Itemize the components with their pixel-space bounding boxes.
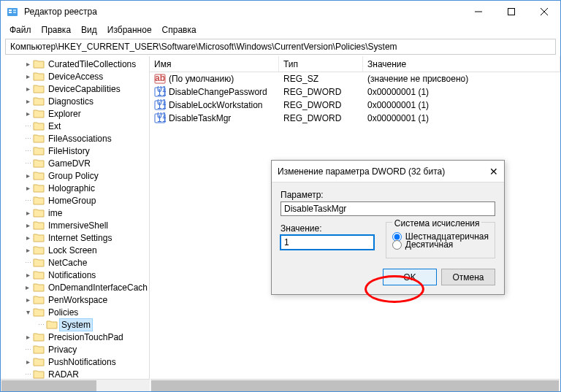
tree-item[interactable]: ▸CuratedTileCollections xyxy=(1,58,149,70)
dialog-close-icon[interactable]: ✕ xyxy=(476,166,498,177)
tree-item[interactable]: ⋯Privacy xyxy=(1,343,149,356)
tree-label: OnDemandInterfaceCach xyxy=(47,282,149,293)
horizontal-scrollbar[interactable] xyxy=(1,379,150,391)
tree-item[interactable]: ⋯System xyxy=(1,318,149,331)
chevron-right-icon[interactable]: ▸ xyxy=(23,60,33,68)
svg-text:110: 110 xyxy=(157,88,166,98)
menu-file[interactable]: Файл xyxy=(5,23,36,36)
value-type: REG_DWORD xyxy=(279,113,363,123)
tree-connector: ⋯ xyxy=(23,123,33,130)
menu-favorites[interactable]: Избранное xyxy=(103,23,156,36)
value-row[interactable]: 011110DisableLockWorkstationREG_DWORD0x0… xyxy=(150,99,560,112)
tree-item[interactable]: ▸PrecisionTouchPad xyxy=(1,331,149,343)
folder-icon xyxy=(33,196,45,206)
col-name[interactable]: Имя xyxy=(150,56,279,72)
folder-icon xyxy=(33,158,45,169)
chevron-right-icon[interactable]: ▸ xyxy=(23,221,33,229)
tree-item[interactable]: ▸Holographic xyxy=(1,182,149,194)
tree-label: Privacy xyxy=(47,344,78,356)
tree-item[interactable]: ▸Notifications xyxy=(1,269,149,281)
maximize-button[interactable] xyxy=(495,1,527,23)
menu-help[interactable]: Справка xyxy=(158,23,201,36)
tree-item[interactable]: ▾Policies xyxy=(1,306,149,318)
value-row[interactable]: ab(По умолчанию)REG_SZ(значение не присв… xyxy=(150,72,560,85)
tree-item[interactable]: ⋯Ext xyxy=(1,120,149,132)
folder-icon xyxy=(33,295,45,305)
chevron-right-icon[interactable]: ▸ xyxy=(23,296,33,304)
tree-item[interactable]: ▸Diagnostics xyxy=(1,95,149,107)
chevron-right-icon[interactable]: ▸ xyxy=(23,209,33,217)
folder-icon xyxy=(33,121,45,131)
chevron-right-icon[interactable]: ▸ xyxy=(23,184,33,192)
tree-item[interactable]: ▸PushNotifications xyxy=(1,356,149,368)
folder-icon xyxy=(33,109,45,119)
tree-item[interactable]: ▸ImmersiveShell xyxy=(1,219,149,231)
tree-item[interactable]: ⋯HomeGroup xyxy=(1,194,149,207)
tree-item[interactable]: ▸Explorer xyxy=(1,107,149,120)
value-name: DisableTaskMgr xyxy=(169,113,231,123)
tree-connector: ⋯ xyxy=(23,135,33,142)
chevron-right-icon[interactable]: ▸ xyxy=(23,172,33,180)
chevron-down-icon[interactable]: ▾ xyxy=(23,308,33,316)
tree-connector: ⋯ xyxy=(23,197,33,204)
base-legend: Система исчисления xyxy=(392,218,482,228)
tree-item[interactable]: ▸OnDemandInterfaceCach xyxy=(1,281,149,293)
param-name-input[interactable] xyxy=(280,201,495,216)
folder-icon xyxy=(33,72,45,82)
chevron-right-icon[interactable]: ▸ xyxy=(23,85,33,93)
tree-item[interactable]: ▸ime xyxy=(1,207,149,219)
folder-icon xyxy=(33,84,45,94)
tree-item[interactable]: ▸DeviceAccess xyxy=(1,70,149,82)
cancel-button[interactable]: Отмена xyxy=(441,269,495,285)
value-data: 0x00000001 (1) xyxy=(363,87,560,97)
close-button[interactable] xyxy=(527,1,560,23)
tree-item[interactable]: ⋯FileHistory xyxy=(1,145,149,157)
address-text: Компьютер\HKEY_CURRENT_USER\Software\Mic… xyxy=(10,42,397,52)
address-bar[interactable]: Компьютер\HKEY_CURRENT_USER\Software\Mic… xyxy=(5,39,556,55)
tree-label: NetCache xyxy=(47,257,88,269)
chevron-right-icon[interactable]: ▸ xyxy=(23,72,33,80)
tree-label: FileAssociations xyxy=(47,133,113,145)
ok-button[interactable]: OK xyxy=(383,269,437,285)
chevron-right-icon[interactable]: ▸ xyxy=(23,283,33,291)
radio-dec-input[interactable] xyxy=(392,240,402,250)
tree-connector: ⋯ xyxy=(36,321,46,328)
chevron-right-icon[interactable]: ▸ xyxy=(23,109,33,118)
tree-item[interactable]: ⋯NetCache xyxy=(1,256,149,269)
tree-label: Diagnostics xyxy=(47,96,95,107)
svg-rect-1 xyxy=(9,9,12,11)
chevron-right-icon[interactable]: ▸ xyxy=(23,97,33,105)
menu-edit[interactable]: Правка xyxy=(37,23,76,36)
folder-icon xyxy=(33,96,45,107)
tree-item[interactable]: ▸Internet Settings xyxy=(1,231,149,244)
chevron-right-icon[interactable]: ▸ xyxy=(23,333,33,341)
tree-label: Group Policy xyxy=(47,170,100,182)
list-header: Имя Тип Значение xyxy=(150,56,560,72)
tree-panel[interactable]: ▸CuratedTileCollections▸DeviceAccess▸Dev… xyxy=(1,56,150,392)
minimize-button[interactable] xyxy=(462,1,495,23)
tree-label: GameDVR xyxy=(47,158,92,169)
value-row[interactable]: 011110DisableTaskMgrREG_DWORD0x00000001 … xyxy=(150,112,560,125)
chevron-right-icon[interactable]: ▸ xyxy=(23,358,33,366)
tree-item[interactable]: ▸Lock Screen xyxy=(1,244,149,256)
dialog-title-bar[interactable]: Изменение параметра DWORD (32 бита) ✕ xyxy=(272,161,504,182)
tree-label: DeviceCapabilities xyxy=(47,83,122,95)
chevron-right-icon[interactable]: ▸ xyxy=(23,234,33,242)
window-title: Редактор реестра xyxy=(24,7,462,17)
col-value[interactable]: Значение xyxy=(363,56,560,72)
tree-item[interactable]: ⋯FileAssociations xyxy=(1,132,149,145)
horizontal-scrollbar-right[interactable] xyxy=(150,379,560,391)
value-input[interactable] xyxy=(280,235,374,250)
tree-label: PrecisionTouchPad xyxy=(47,331,125,343)
tree-item[interactable]: ▸PenWorkspace xyxy=(1,293,149,306)
value-type: REG_DWORD xyxy=(279,87,363,97)
chevron-right-icon[interactable]: ▸ xyxy=(23,246,33,254)
chevron-right-icon[interactable]: ▸ xyxy=(23,271,33,279)
menu-view[interactable]: Вид xyxy=(77,23,102,36)
tree-item[interactable]: ⋯GameDVR xyxy=(1,157,149,169)
col-type[interactable]: Тип xyxy=(279,56,363,72)
tree-item[interactable]: ▸Group Policy xyxy=(1,169,149,182)
tree-label: Policies xyxy=(47,307,80,318)
value-row[interactable]: 011110DisableChangePasswordREG_DWORD0x00… xyxy=(150,85,560,99)
tree-item[interactable]: ▸DeviceCapabilities xyxy=(1,82,149,95)
